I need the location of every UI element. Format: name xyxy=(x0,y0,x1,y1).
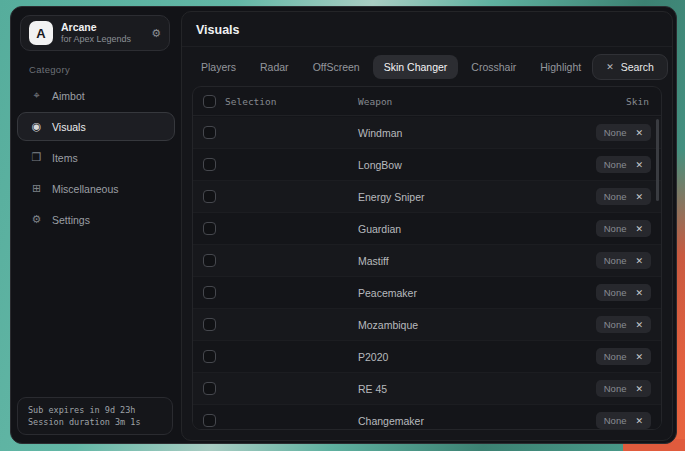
sidebar-item-label: Settings xyxy=(52,214,90,226)
tab-crosshair[interactable]: Crosshair xyxy=(460,55,527,79)
header-gear-icon[interactable]: ⚙ xyxy=(151,27,161,40)
category-label: Category xyxy=(29,64,70,75)
sub-expiry-text: Sub expires in 9d 23h xyxy=(28,405,162,415)
table-row: Mastiff None ✕ xyxy=(193,245,661,277)
sidebar-item-visuals[interactable]: ◉ Visuals xyxy=(17,112,175,141)
skin-badge[interactable]: None ✕ xyxy=(596,188,651,205)
app-logo: A xyxy=(29,21,53,45)
clear-skin-icon[interactable]: ✕ xyxy=(635,288,643,298)
skin-badge[interactable]: None ✕ xyxy=(596,284,651,301)
skin-badge[interactable]: None ✕ xyxy=(596,348,651,365)
sidebar-item-settings[interactable]: ⚙ Settings xyxy=(17,205,175,234)
sidebar-item-label: Visuals xyxy=(52,121,86,133)
gear-icon: ⚙ xyxy=(30,213,43,226)
eye-icon: ◉ xyxy=(30,120,43,133)
sidebar-item-label: Items xyxy=(52,152,78,164)
row-checkbox[interactable] xyxy=(203,222,216,235)
weapon-name: Energy Sniper xyxy=(358,191,425,203)
skin-badge[interactable]: None ✕ xyxy=(596,316,651,333)
select-all-checkbox[interactable] xyxy=(203,95,216,108)
app-meta: Arcane for Apex Legends xyxy=(61,21,143,45)
package-icon: ❒ xyxy=(30,151,43,164)
row-checkbox[interactable] xyxy=(203,190,216,203)
grid-icon: ⊞ xyxy=(30,182,43,195)
table-row: Peacemaker None ✕ xyxy=(193,277,661,309)
skin-badge[interactable]: None ✕ xyxy=(596,124,651,141)
skin-value: None xyxy=(604,351,627,362)
row-checkbox[interactable] xyxy=(203,318,216,331)
row-checkbox[interactable] xyxy=(203,126,216,139)
row-checkbox[interactable] xyxy=(203,158,216,171)
clear-skin-icon[interactable]: ✕ xyxy=(635,320,643,330)
row-checkbox[interactable] xyxy=(203,382,216,395)
skin-value: None xyxy=(604,159,627,170)
table-row: Changemaker None ✕ xyxy=(193,405,661,430)
table-row: RE 45 None ✕ xyxy=(193,373,661,405)
sidebar-item-label: Aimbot xyxy=(52,90,85,102)
tab-offscreen[interactable]: OffScreen xyxy=(302,55,371,79)
sidebar-item-aimbot[interactable]: ⌖ Aimbot xyxy=(17,81,175,110)
weapon-name: Guardian xyxy=(358,223,401,235)
search-icon: ✕ xyxy=(606,62,614,72)
search-button[interactable]: ✕ Search xyxy=(592,54,668,80)
sidebar: A Arcane for Apex Legends ⚙ Category ⌖ A… xyxy=(11,7,181,443)
clear-skin-icon[interactable]: ✕ xyxy=(635,224,643,234)
row-checkbox[interactable] xyxy=(203,414,216,427)
clear-skin-icon[interactable]: ✕ xyxy=(635,384,643,394)
sidebar-nav: ⌖ Aimbot ◉ Visuals ❒ Items ⊞ Miscellaneo… xyxy=(17,81,175,236)
page-title: Visuals xyxy=(182,12,672,47)
row-checkbox[interactable] xyxy=(203,350,216,363)
skin-value: None xyxy=(604,223,627,234)
main-panel: Visuals PlayersRadarOffScreenSkin Change… xyxy=(181,11,673,441)
table-row: Guardian None ✕ xyxy=(193,213,661,245)
app-name: Arcane xyxy=(61,21,143,34)
clear-skin-icon[interactable]: ✕ xyxy=(635,160,643,170)
tab-bar: PlayersRadarOffScreenSkin ChangerCrossha… xyxy=(190,55,592,79)
skin-value: None xyxy=(604,319,627,330)
clear-skin-icon[interactable]: ✕ xyxy=(635,352,643,362)
skin-changer-table: Selection Weapon Skin Windman None ✕ Lon… xyxy=(192,86,662,430)
weapon-name: RE 45 xyxy=(358,383,387,395)
clear-skin-icon[interactable]: ✕ xyxy=(635,192,643,202)
tab-radar[interactable]: Radar xyxy=(249,55,300,79)
skin-badge[interactable]: None ✕ xyxy=(596,252,651,269)
weapon-name: LongBow xyxy=(358,159,402,171)
column-header-selection: Selection xyxy=(225,96,276,107)
session-info-card: Sub expires in 9d 23h Session duration 3… xyxy=(17,397,173,435)
tab-players[interactable]: Players xyxy=(190,55,247,79)
skin-badge[interactable]: None ✕ xyxy=(596,412,651,429)
tab-skin-changer[interactable]: Skin Changer xyxy=(373,55,459,79)
skin-value: None xyxy=(604,383,627,394)
row-checkbox[interactable] xyxy=(203,286,216,299)
row-checkbox[interactable] xyxy=(203,254,216,267)
session-duration-text: Session duration 3m 1s xyxy=(28,417,162,427)
column-header-weapon: Weapon xyxy=(358,96,392,107)
table-row: Windman None ✕ xyxy=(193,117,661,149)
app-window: A Arcane for Apex Legends ⚙ Category ⌖ A… xyxy=(10,6,677,444)
clear-skin-icon[interactable]: ✕ xyxy=(635,128,643,138)
sidebar-item-items[interactable]: ❒ Items xyxy=(17,143,175,172)
table-row: Energy Sniper None ✕ xyxy=(193,181,661,213)
skin-value: None xyxy=(604,255,627,266)
tabs-row: PlayersRadarOffScreenSkin ChangerCrossha… xyxy=(182,47,672,87)
weapon-name: Windman xyxy=(358,127,402,139)
tab-highlight[interactable]: Highlight xyxy=(529,55,592,79)
skin-value: None xyxy=(604,287,627,298)
clear-skin-icon[interactable]: ✕ xyxy=(635,256,643,266)
scrollbar-thumb[interactable] xyxy=(656,119,659,201)
clear-skin-icon[interactable]: ✕ xyxy=(635,416,643,426)
sidebar-item-miscellaneous[interactable]: ⊞ Miscellaneous xyxy=(17,174,175,203)
skin-badge[interactable]: None ✕ xyxy=(596,220,651,237)
skin-badge[interactable]: None ✕ xyxy=(596,156,651,173)
sidebar-item-label: Miscellaneous xyxy=(52,183,119,195)
skin-value: None xyxy=(604,415,627,426)
crosshair-icon: ⌖ xyxy=(30,89,43,102)
search-label: Search xyxy=(621,61,654,73)
table-row: P2020 None ✕ xyxy=(193,341,661,373)
skin-badge[interactable]: None ✕ xyxy=(596,380,651,397)
table-header: Selection Weapon Skin xyxy=(193,87,661,116)
table-row: Mozambique None ✕ xyxy=(193,309,661,341)
app-header-card: A Arcane for Apex Legends ⚙ xyxy=(20,15,170,51)
skin-value: None xyxy=(604,191,627,202)
weapon-name: Mastiff xyxy=(358,255,389,267)
